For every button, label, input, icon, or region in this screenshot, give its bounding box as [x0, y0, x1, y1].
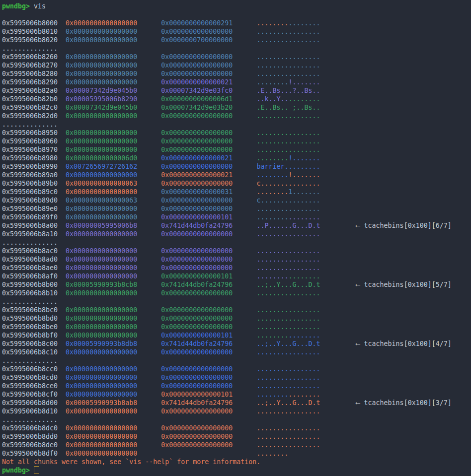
chunk-address: 0x5995006b8b10	[2, 289, 58, 297]
hex-value: 0x00005995006b8290	[66, 95, 137, 103]
separator-dots: ..............	[2, 239, 58, 246]
gap	[137, 137, 161, 145]
ascii-preview: ........	[256, 19, 288, 27]
terminal-cursor[interactable]	[34, 466, 39, 474]
hex-value: 0x0000000000000000	[66, 230, 137, 238]
gap	[137, 382, 161, 390]
gap	[233, 19, 256, 27]
ascii-preview: ........	[256, 112, 288, 120]
gap	[320, 222, 356, 229]
ascii-preview: ........	[288, 62, 320, 69]
gap	[137, 95, 161, 103]
hex-value: 0x0000000000000000	[66, 433, 137, 440]
ascii-preview: ........	[288, 374, 320, 381]
gap	[137, 340, 161, 347]
hex-value: 0x0000000000000000	[66, 289, 137, 297]
gap	[137, 163, 161, 170]
gap	[233, 222, 256, 229]
ascii-preview: ........	[288, 424, 320, 432]
terminal[interactable]: pwndbg>vis 0x5995006b8000 0x000000000000…	[0, 0, 471, 476]
hex-value: 0x0000000000000000	[66, 70, 137, 77]
command-text: vis	[34, 2, 46, 10]
input-line[interactable]: pwndbg>	[2, 466, 471, 475]
hex-value: 0x0000000000000000	[66, 112, 137, 120]
ascii-preview: ........	[288, 441, 320, 449]
gap	[137, 306, 161, 314]
ascii-preview: ........	[288, 230, 320, 238]
gap	[233, 112, 256, 120]
gap	[58, 365, 66, 373]
heap-row: 0x5995006b82b0 0x00005995006b8290 0x0000…	[2, 95, 471, 103]
ascii-preview: ........	[288, 391, 320, 398]
gap	[58, 272, 66, 280]
gap	[320, 340, 356, 347]
heap-row: 0x5995006b8010 0x0000000000000000 0x0000…	[2, 27, 471, 36]
hex-value: 0x0000000000000000	[66, 441, 137, 449]
chunk-address: 0x5995006b8960	[2, 137, 58, 145]
gap	[233, 137, 256, 145]
chunk-address: 0x5995006b8000	[2, 19, 58, 27]
gap	[233, 348, 256, 356]
heap-row: 0x5995006b8b10 0x0000000000000000 0x0000…	[2, 289, 471, 297]
gap	[233, 399, 256, 407]
chunk-address: 0x5995006b8ce0	[2, 382, 58, 390]
ascii-preview: ........	[288, 264, 320, 272]
footer-message: Not all chunks were shown, see `vis --he…	[2, 458, 471, 466]
ascii-preview: ........	[288, 180, 320, 187]
gap	[233, 53, 256, 61]
ascii-preview: ........	[288, 163, 320, 170]
gap	[137, 19, 161, 27]
ascii-preview: ........	[288, 95, 320, 103]
gap	[320, 281, 356, 288]
separator-row: ..............	[2, 238, 471, 247]
ascii-preview: ........	[288, 247, 320, 255]
ascii-preview: ........	[256, 391, 288, 398]
tcache-annotation: ⟵ tcachebins[0x100][6/7]	[356, 222, 452, 229]
heap-row: 0x5995006b82d0 0x0000000000000000 0x0000…	[2, 112, 471, 120]
gap	[233, 323, 256, 331]
ascii-preview: ........	[256, 78, 288, 86]
chunk-address: 0x5995006b8ac0	[2, 247, 58, 255]
hex-value: 0x0000000000000000	[66, 323, 137, 331]
hex-value: 0x0000000000000291	[161, 19, 233, 27]
gap	[58, 154, 66, 162]
chunk-address: 0x5995006b8020	[2, 36, 58, 44]
ascii-preview: 1.......	[288, 188, 320, 196]
gap	[58, 332, 66, 339]
tcache-annotation: ⟵ tcachebins[0x100][4/7]	[356, 340, 452, 347]
tcache-annotation: ⟵ tcachebins[0x100][3/7]	[356, 399, 452, 407]
gap	[233, 28, 256, 35]
hex-value: 0x0000000000000101	[161, 332, 233, 339]
gap	[58, 180, 66, 187]
gap	[233, 256, 256, 263]
ascii-preview: ........	[288, 382, 320, 390]
hex-value: 0x0000000000000000	[66, 188, 137, 196]
ascii-preview: ........	[288, 306, 320, 314]
ascii-preview: ........	[256, 36, 288, 44]
hex-value: 0x0000000000000000	[161, 62, 233, 69]
ascii-preview: ........	[256, 205, 288, 212]
ascii-preview: ........	[256, 433, 288, 440]
hex-value: 0x741d44db0fa24796	[161, 399, 233, 407]
terminal-output: 0x5995006b8000 0x0000000000000000 0x0000…	[2, 19, 471, 458]
gap	[58, 374, 66, 381]
hex-value: 0x00007342d9e045b0	[66, 87, 137, 94]
hex-value: 0x0000000000000000	[66, 450, 137, 457]
hex-value: 0x0000000700000000	[161, 36, 233, 44]
gap	[137, 36, 161, 44]
hex-value: 0x00000000000006d0	[66, 154, 137, 162]
hex-value: 0x00000005995006b8	[66, 222, 137, 229]
gap	[58, 222, 66, 229]
gap	[58, 171, 66, 179]
hex-value: 0x0000000000000000	[66, 247, 137, 255]
gap	[137, 348, 161, 356]
hex-value: 0x0000000000000000	[161, 365, 233, 373]
chunk-address: 0x5995006b8cc0	[2, 365, 58, 373]
ascii-preview: ........	[288, 272, 320, 280]
chunk-address: 0x5995006b89e0	[2, 205, 58, 212]
gap	[137, 365, 161, 373]
gap	[58, 95, 66, 103]
ascii-preview: ........	[288, 137, 320, 145]
hex-value: 0x0000000000000000	[66, 28, 137, 35]
hex-value: 0x0000000000000000	[66, 146, 137, 153]
